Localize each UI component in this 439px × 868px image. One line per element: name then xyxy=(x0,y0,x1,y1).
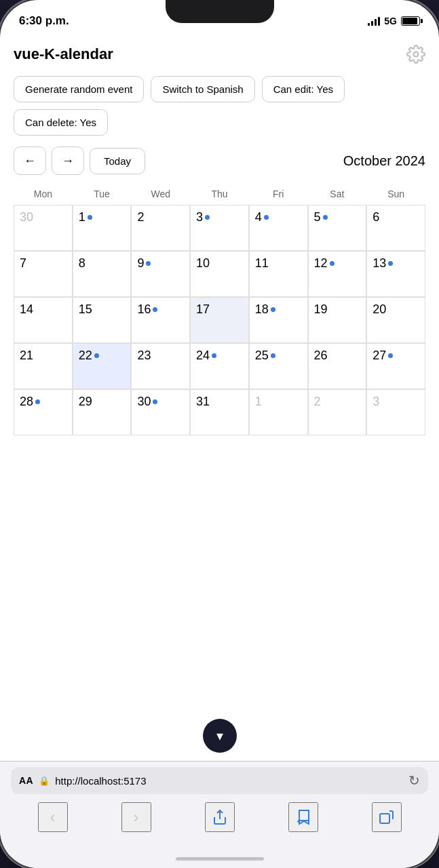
today-button[interactable]: Today xyxy=(90,148,145,174)
event-dot xyxy=(146,261,151,266)
day-number: 9 xyxy=(137,257,151,269)
prev-month-button[interactable]: ← xyxy=(14,146,46,175)
day-number: 21 xyxy=(20,349,33,361)
url-text[interactable]: http://localhost:5173 xyxy=(55,775,146,787)
day-header: Sun xyxy=(366,183,425,205)
generate-event-button[interactable]: Generate random event xyxy=(14,76,144,102)
event-dot xyxy=(264,215,269,220)
fab-arrow-icon: ▾ xyxy=(216,728,223,744)
event-dot xyxy=(388,261,393,266)
lock-icon: 🔒 xyxy=(39,776,50,786)
calendar-week-row: 21222324252627 xyxy=(14,343,425,389)
calendar-day-cell[interactable]: 2 xyxy=(308,389,367,435)
calendar-day-cell[interactable]: 1 xyxy=(249,389,308,435)
calendar-day-cell[interactable]: 30 xyxy=(14,205,73,251)
day-number: 13 xyxy=(373,257,393,269)
calendar-day-cell[interactable]: 12 xyxy=(308,251,367,297)
calendar-day-cell[interactable]: 23 xyxy=(131,343,190,389)
can-delete-button[interactable]: Can delete: Yes xyxy=(14,109,108,136)
calendar-day-cell[interactable]: 24 xyxy=(190,343,249,389)
reload-button[interactable]: ↻ xyxy=(408,772,420,789)
day-number: 16 xyxy=(137,303,157,315)
calendar-day-cell[interactable]: 7 xyxy=(14,251,73,297)
calendar-day-cell[interactable]: 4 xyxy=(249,205,308,251)
day-header: Thu xyxy=(190,183,249,205)
day-number: 30 xyxy=(20,211,33,223)
calendar-day-cell[interactable]: 20 xyxy=(366,297,425,343)
day-header: Wed xyxy=(131,183,190,205)
phone-screen: 6:30 p.m. 5G vue-K-alendar xyxy=(0,0,439,868)
url-bar[interactable]: AA 🔒 http://localhost:5173 ↻ xyxy=(11,767,428,794)
calendar-day-cell[interactable]: 8 xyxy=(73,251,132,297)
settings-icon[interactable] xyxy=(406,45,425,64)
calendar-day-cell[interactable]: 1 xyxy=(73,205,132,251)
svg-point-0 xyxy=(414,52,419,57)
calendar-day-cell[interactable]: 28 xyxy=(14,389,73,435)
day-number: 19 xyxy=(314,303,328,315)
calendar-day-cell[interactable]: 5 xyxy=(308,205,367,251)
next-month-button[interactable]: → xyxy=(52,146,84,175)
calendar-day-cell[interactable]: 11 xyxy=(249,251,308,297)
calendar-day-cell[interactable]: 25 xyxy=(249,343,308,389)
event-dot xyxy=(35,399,40,404)
calendar-day-cell[interactable]: 22 xyxy=(73,343,132,389)
day-number: 27 xyxy=(373,349,393,361)
calendar-day-cell[interactable]: 26 xyxy=(308,343,367,389)
calendar-day-cell[interactable]: 6 xyxy=(366,205,425,251)
day-number: 7 xyxy=(20,257,26,269)
tabs-button[interactable] xyxy=(372,802,402,832)
day-number: 11 xyxy=(255,257,269,269)
day-number: 31 xyxy=(196,395,210,408)
app-content: vue-K-alendar Generate random event Swit… xyxy=(0,34,439,761)
calendar-body: 3012345678910111213141516171819202122232… xyxy=(14,205,425,435)
event-dot xyxy=(205,215,210,220)
can-edit-button[interactable]: Can edit: Yes xyxy=(262,76,345,102)
calendar-day-cell[interactable]: 3 xyxy=(366,389,425,435)
event-dot xyxy=(94,353,99,358)
switch-language-button[interactable]: Switch to Spanish xyxy=(151,76,254,102)
month-year-label: October 2024 xyxy=(343,153,425,169)
bookmarks-button[interactable] xyxy=(288,802,318,832)
event-dot xyxy=(88,215,92,220)
calendar-day-cell[interactable]: 16 xyxy=(131,297,190,343)
calendar-day-cell[interactable]: 30 xyxy=(131,389,190,435)
calendar-day-cell[interactable]: 15 xyxy=(73,297,132,343)
day-header: Tue xyxy=(73,183,132,205)
day-number: 17 xyxy=(196,303,210,315)
day-number: 1 xyxy=(255,395,262,408)
day-number: 26 xyxy=(314,349,328,361)
event-dot xyxy=(330,261,335,266)
day-header: Fri xyxy=(249,183,308,205)
calendar-day-cell[interactable]: 2 xyxy=(131,205,190,251)
calendar-day-cell[interactable]: 13 xyxy=(366,251,425,297)
event-dot xyxy=(271,353,275,358)
app-header: vue-K-alendar xyxy=(14,45,425,64)
day-header: Sat xyxy=(308,183,367,205)
day-number: 8 xyxy=(79,257,85,269)
calendar-day-cell[interactable]: 18 xyxy=(249,297,308,343)
day-number: 4 xyxy=(255,211,269,223)
font-size-control[interactable]: AA xyxy=(19,775,33,786)
forward-button[interactable]: › xyxy=(121,802,151,832)
day-header: Mon xyxy=(14,183,73,205)
status-icons: 5G xyxy=(368,16,420,26)
share-button[interactable] xyxy=(205,802,235,832)
calendar-day-cell[interactable]: 31 xyxy=(190,389,249,435)
calendar-day-cell[interactable]: 27 xyxy=(366,343,425,389)
calendar-day-cell[interactable]: 17 xyxy=(190,297,249,343)
calendar-day-cell[interactable]: 3 xyxy=(190,205,249,251)
calendar-day-cell[interactable]: 14 xyxy=(14,297,73,343)
back-button[interactable]: ‹ xyxy=(38,802,68,832)
calendar-day-cell[interactable]: 29 xyxy=(73,389,132,435)
calendar-day-cell[interactable]: 9 xyxy=(131,251,190,297)
calendar-day-cell[interactable]: 19 xyxy=(308,297,367,343)
fab-button[interactable]: ▾ xyxy=(203,719,237,753)
browser-bar: AA 🔒 http://localhost:5173 ↻ ‹ › xyxy=(0,761,439,849)
calendar-day-cell[interactable]: 21 xyxy=(14,343,73,389)
battery-icon xyxy=(401,16,420,26)
day-number: 23 xyxy=(137,349,151,361)
day-number: 3 xyxy=(373,395,379,408)
day-number: 1 xyxy=(79,211,92,223)
calendar-day-cell[interactable]: 10 xyxy=(190,251,249,297)
day-number: 24 xyxy=(196,349,216,361)
